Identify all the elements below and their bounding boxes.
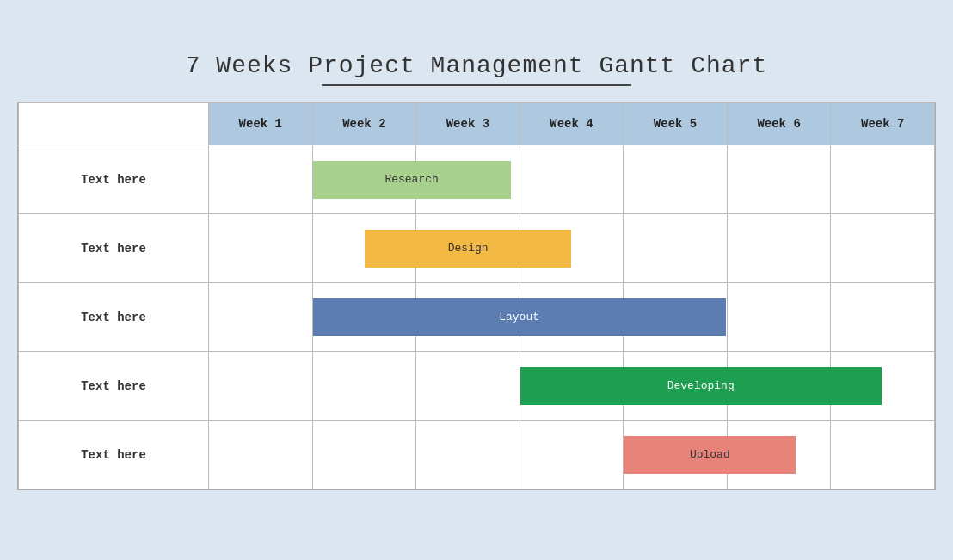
week2-cell: Layout bbox=[312, 283, 416, 352]
bar-research-label: Research bbox=[384, 173, 438, 186]
bar-layout: Layout bbox=[313, 298, 726, 336]
bar-layout-label: Layout bbox=[499, 311, 539, 323]
week3-cell bbox=[416, 352, 520, 421]
week5-cell: Upload bbox=[624, 421, 728, 489]
week7-cell bbox=[831, 421, 935, 489]
row-label: Text here bbox=[19, 145, 209, 214]
week4-cell: Developing bbox=[520, 352, 624, 421]
gantt-chart: Week 1 Week 2 Week 3 Week 4 Week 5 Week … bbox=[17, 102, 936, 490]
bar-developing-label: Developing bbox=[667, 379, 735, 392]
header-week1: Week 1 bbox=[209, 103, 313, 145]
row-label: Text here bbox=[19, 283, 209, 352]
week7-cell bbox=[831, 283, 935, 352]
week2-cell: Research bbox=[312, 145, 416, 214]
table-row: Text here Design bbox=[19, 214, 935, 283]
title-underline bbox=[322, 84, 631, 86]
header-week4: Week 4 bbox=[520, 103, 624, 145]
week6-cell bbox=[727, 214, 831, 283]
week4-cell bbox=[520, 145, 624, 214]
table-row: Text here Upload bbox=[19, 421, 935, 489]
page-container: 7 Weeks Project Management Gantt Chart W… bbox=[17, 44, 936, 516]
table-row: Text here Research bbox=[19, 145, 935, 214]
header-week7: Week 7 bbox=[831, 103, 935, 145]
week1-cell bbox=[209, 145, 313, 214]
bar-developing: Developing bbox=[520, 367, 882, 405]
header-week5: Week 5 bbox=[624, 103, 728, 145]
bar-design: Design bbox=[365, 230, 571, 268]
week7-cell bbox=[831, 214, 935, 283]
bar-design-label: Design bbox=[448, 242, 489, 255]
week2-cell bbox=[312, 421, 416, 489]
week6-cell bbox=[727, 283, 831, 352]
week6-cell bbox=[727, 145, 831, 214]
week7-cell bbox=[831, 145, 935, 214]
header-row: Week 1 Week 2 Week 3 Week 4 Week 5 Week … bbox=[19, 103, 935, 145]
week3-cell bbox=[416, 421, 520, 489]
week4-cell bbox=[520, 421, 624, 489]
week1-cell bbox=[209, 283, 313, 352]
header-week3: Week 3 bbox=[416, 103, 520, 145]
header-label-col bbox=[19, 103, 209, 145]
title-section: 7 Weeks Project Management Gantt Chart bbox=[17, 52, 936, 86]
week1-cell bbox=[209, 421, 313, 489]
week3-cell: Design bbox=[416, 214, 520, 283]
table-row: Text here Developing bbox=[19, 352, 935, 421]
week1-cell bbox=[209, 214, 313, 283]
row-label: Text here bbox=[19, 421, 209, 489]
row-label: Text here bbox=[19, 352, 209, 421]
table-row: Text here Layout bbox=[19, 283, 935, 352]
bar-upload: Upload bbox=[624, 436, 796, 474]
bar-upload-label: Upload bbox=[690, 448, 730, 461]
bar-research: Research bbox=[313, 161, 511, 199]
header-week2: Week 2 bbox=[312, 103, 416, 145]
header-week6: Week 6 bbox=[727, 103, 831, 145]
week5-cell bbox=[624, 214, 728, 283]
week1-cell bbox=[209, 352, 313, 421]
week2-cell bbox=[312, 352, 416, 421]
page-title: 7 Weeks Project Management Gantt Chart bbox=[17, 52, 936, 79]
row-label: Text here bbox=[19, 214, 209, 283]
week5-cell bbox=[624, 145, 728, 214]
gantt-table: Week 1 Week 2 Week 3 Week 4 Week 5 Week … bbox=[18, 102, 935, 489]
